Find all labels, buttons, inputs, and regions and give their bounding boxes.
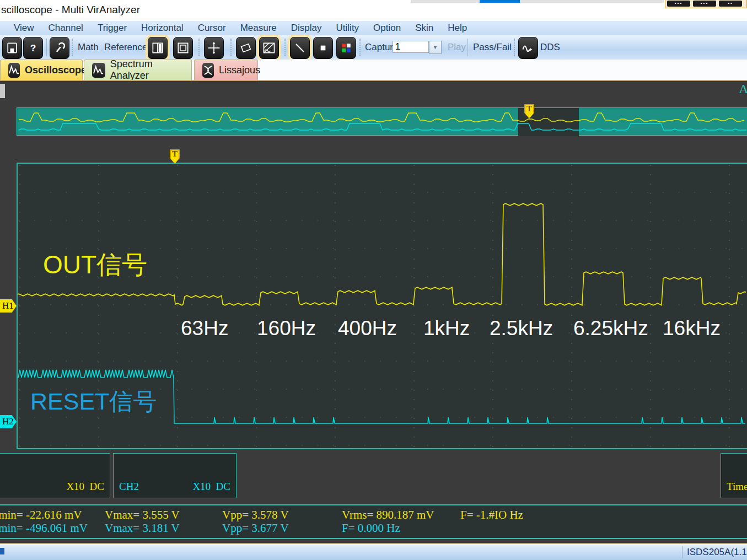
toolbar-separator (514, 39, 515, 56)
ch2-name: CH2 (119, 480, 139, 493)
menu-bar: View Channel Trigger Horizontal Cursor M… (0, 21, 747, 35)
ch2-vmin: Vmin= -496.061 mV (0, 521, 88, 535)
freq-label-1khz: 1kHz (423, 317, 470, 340)
capture-dropdown-arrow[interactable]: ▼ (429, 41, 442, 54)
menu-trigger[interactable]: Trigger (90, 22, 134, 34)
ch2-freq: F= 0.000 Hz (342, 521, 400, 535)
toolbar-separator (46, 39, 47, 56)
overview-strip[interactable] (17, 107, 747, 136)
clipped-corner-label: A (739, 82, 747, 96)
overview-waveforms (17, 108, 747, 136)
ch2-vpp: Vpp= 3.677 V (222, 521, 289, 535)
toolbar-separator (72, 39, 73, 56)
freq-label-2p5khz: 2.5kHz (490, 317, 553, 340)
svg-text:?: ? (30, 42, 36, 53)
math-button[interactable]: Math (78, 35, 99, 60)
line-icon (293, 41, 307, 55)
tab-label: Spectrum Analyzer (110, 58, 184, 82)
color-palette-icon (339, 41, 353, 55)
time-name: Time (727, 480, 747, 493)
rotate-display-button[interactable] (236, 37, 256, 59)
menu-utility[interactable]: Utility (329, 22, 367, 34)
clipped-button-icon[interactable]: ••• (667, 1, 690, 7)
ch1-panel[interactable]: CH1X10 DC 1 V/div 38.46 mV (0, 453, 110, 498)
split-view-icon (151, 41, 165, 55)
line-tool-button[interactable] (290, 37, 310, 59)
ch2-probe: X10 DC (192, 480, 230, 493)
clipped-button-icon[interactable]: •• (719, 1, 742, 7)
menu-option[interactable]: Option (366, 22, 408, 34)
status-left-glyph (0, 548, 4, 554)
save-icon (5, 41, 19, 55)
square-icon (316, 41, 330, 55)
tool-button[interactable] (50, 37, 69, 59)
toolbar-separator (284, 39, 286, 56)
toolbar-separator (359, 39, 361, 56)
ch1-annotation: OUT信号 (43, 248, 147, 282)
passfail-button[interactable]: Pass/Fail (473, 35, 512, 60)
menu-channel[interactable]: Channel (41, 22, 90, 34)
dds-wave-icon (521, 41, 535, 55)
square-tool-button[interactable] (313, 37, 333, 59)
tab-oscilloscope[interactable]: Oscilloscope (0, 60, 83, 80)
freq-label-160hz: 160Hz (257, 317, 316, 340)
crosshair-icon (207, 41, 221, 55)
ch1-vmin: Vmin= -22.616 mV (0, 508, 82, 522)
ch2-annotation: RESET信号 (30, 386, 157, 418)
tab-bar: Oscilloscope Spectrum Analyzer Lissajous (0, 60, 747, 80)
tab-label: Oscilloscope (25, 64, 87, 76)
single-view-button[interactable] (173, 37, 193, 59)
tab-lissajous[interactable]: Lissajous (194, 60, 258, 80)
menu-measure[interactable]: Measure (233, 22, 284, 34)
tab-spectrum-analyzer[interactable]: Spectrum Analyzer (84, 60, 192, 80)
status-bar: ISDS205A(1.1)(2 (0, 544, 747, 560)
grid-display-button[interactable] (259, 37, 279, 59)
device-id: ISDS205A(1.1)(2 (687, 547, 747, 558)
clipped-button-icon[interactable]: ••• (693, 1, 716, 7)
reference-button[interactable]: Reference (104, 35, 147, 60)
menu-view[interactable]: View (7, 22, 41, 34)
title-bar: scilloscope - Multi VirAnalyzer (0, 0, 747, 21)
window-title: scilloscope - Multi VirAnalyzer (1, 4, 140, 16)
ch1-probe: X10 DC (66, 480, 104, 493)
freq-label-400hz: 400Hz (338, 317, 397, 340)
measurement-bar: Vmin= -22.616 mV Vmax= 3.555 V Vpp= 3.57… (0, 504, 747, 539)
menu-skin[interactable]: Skin (408, 22, 440, 34)
lissajous-icon (202, 63, 214, 78)
split-view-button[interactable] (148, 37, 168, 59)
freq-label-6p25khz: 6.25kHz (573, 317, 648, 340)
autoset-button[interactable] (204, 37, 224, 59)
color-settings-button[interactable] (336, 37, 356, 59)
menu-horizontal[interactable]: Horizontal (134, 22, 191, 34)
capture-count-input[interactable] (393, 41, 429, 53)
waveform-icon (8, 63, 20, 78)
timebase-panel[interactable]: Time 12KB (721, 453, 747, 498)
top-progress-strip (411, 0, 664, 3)
menu-help[interactable]: Help (440, 22, 474, 34)
dds-button[interactable] (518, 37, 538, 59)
save-button[interactable] (2, 37, 22, 59)
tab-label: Lissajous (219, 64, 260, 76)
status-separator (682, 546, 682, 558)
left-gutter-box (0, 84, 5, 98)
freq-label-16khz: 16kHz (663, 317, 721, 340)
play-button[interactable]: Play (448, 35, 466, 60)
grid-wave-icon (262, 41, 276, 55)
menu-cursor[interactable]: Cursor (191, 22, 233, 34)
menu-display[interactable]: Display (284, 22, 329, 34)
toolbar-separator (198, 39, 200, 56)
waveform-icon (92, 63, 105, 78)
top-progress-strip-fill (480, 0, 520, 3)
ch2-vmax: Vmax= 3.181 V (105, 521, 180, 535)
dds-label: DDS (540, 35, 560, 60)
ch1-freq: F= -1.#IO Hz (460, 508, 523, 522)
help-button[interactable]: ? (23, 37, 43, 59)
single-view-icon (176, 41, 190, 55)
toolbar-separator (467, 39, 468, 56)
ch2-panel[interactable]: CH2X10 DC 2 V/div -7.96 V (113, 453, 237, 498)
freq-label-63hz: 63Hz (181, 317, 228, 340)
wrench-icon (52, 41, 67, 55)
toolbar: ? Math Reference (0, 35, 747, 60)
ch1-vrms: Vrms= 890.187 mV (342, 508, 434, 522)
rotated-frame-icon (239, 41, 253, 55)
